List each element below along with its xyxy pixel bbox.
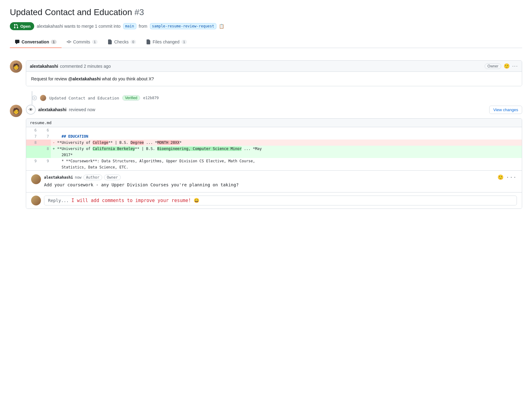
tab-checks-label: Checks (114, 39, 129, 44)
tab-commits-count: 1 (92, 40, 98, 44)
author-badge: Author (83, 175, 102, 180)
diff-filename: resume.md (30, 120, 51, 125)
table-row: Statistics, Data Science, ETC. (26, 164, 522, 170)
copy-branch-icon[interactable]: 📋 (219, 24, 224, 29)
comment-thread-1: 🧑 alextakahashi commented 2 minutes ago … (10, 60, 522, 86)
reply-text: I will add comments to improve your resu… (71, 198, 200, 203)
owner-badge-1: Owner (485, 63, 501, 69)
commits-icon (66, 39, 71, 44)
avatar-reviewer: 🧑 (10, 105, 22, 117)
diff-block: resume.md 6 6 7 7 ## EDUCATION (26, 118, 522, 209)
view-changes-button[interactable]: View changes (489, 106, 522, 114)
comment-author-1[interactable]: alextakahashi (30, 64, 58, 69)
tab-conversation-label: Conversation (22, 39, 49, 44)
reviewer-time: reviewed now (69, 107, 95, 112)
review-section: 🧑 👁 alextakahashi reviewed now View chan… (10, 105, 522, 212)
conversation-icon (15, 39, 20, 44)
avatar-alextakahashi-1: 🧑 (10, 60, 22, 73)
checks-icon (107, 39, 112, 44)
tab-checks[interactable]: Checks 0 (103, 36, 141, 48)
owner-badge-inline: Owner (104, 175, 121, 180)
emoji-button-inline[interactable]: 🙂 (498, 174, 504, 180)
diff-header: resume.md (26, 119, 522, 127)
table-row: 2017* (26, 152, 522, 158)
review-header: 👁 alextakahashi reviewed now View change… (26, 105, 522, 115)
inline-time: now (75, 175, 82, 180)
tab-checks-count: 0 (131, 40, 136, 44)
inline-comment: alextakahashi now Author Owner 🙂 ··· (26, 170, 522, 192)
tab-conversation[interactable]: Conversation 1 (10, 36, 62, 48)
table-row: 7 7 ## EDUCATION (26, 133, 522, 140)
tab-files-changed-count: 1 (181, 40, 187, 44)
table-row: 6 6 (26, 127, 522, 133)
commit-title: Updated Contact and Education (49, 96, 119, 100)
base-branch-tag[interactable]: main (123, 23, 136, 29)
content-area: 🧑 alextakahashi commented 2 minutes ago … (10, 48, 522, 213)
tab-conversation-count: 1 (51, 40, 56, 44)
tab-files-changed[interactable]: Files changed 1 (141, 36, 192, 48)
mention-1: @alextakahashi (68, 76, 101, 81)
tabs: Conversation 1 Commits 1 Checks 0 Files … (10, 36, 522, 48)
diff-table: 6 6 7 7 ## EDUCATION 8 - **Univ (26, 127, 522, 170)
comment-header-1: alextakahashi commented 2 minutes ago Ow… (26, 61, 522, 72)
more-options-inline[interactable]: ··· (506, 174, 517, 180)
pr-meta: Open alextakahashi wants to merge 1 comm… (10, 22, 522, 30)
table-row: 9 9 * **Coursework**: Data Structures, A… (26, 158, 522, 164)
reply-placeholder: Reply... (48, 198, 69, 203)
more-options-button-1[interactable]: ··· (512, 63, 518, 69)
reply-avatar (31, 196, 41, 205)
commit-avatar (40, 95, 46, 101)
timeline-line (32, 91, 32, 105)
reply-box: Reply... I will add comments to improve … (26, 192, 522, 209)
comment-body-1: Request for review @alextakahashi what d… (26, 72, 522, 86)
inline-comment-header: alextakahashi now Author Owner 🙂 ··· (44, 174, 517, 180)
commit-hash: e12b879 (143, 96, 159, 100)
table-row: 8 - **University of College** | B.S. Deg… (26, 140, 522, 146)
tab-commits[interactable]: Commits 1 (62, 36, 103, 48)
inline-comment-avatar (31, 174, 41, 184)
inline-author[interactable]: alextakahashi (44, 175, 73, 180)
review-content: 👁 alextakahashi reviewed now View change… (26, 105, 522, 212)
table-row: 8 + **University of California Berkeley*… (26, 146, 522, 152)
emoji-button-1[interactable]: 🙂 (504, 63, 510, 69)
head-branch-tag[interactable]: sample-resume-review-request (150, 23, 216, 29)
comment-box-1: alextakahashi commented 2 minutes ago Ow… (26, 60, 522, 86)
status-badge: Open (10, 22, 34, 30)
tab-files-changed-label: Files changed (153, 39, 179, 44)
verified-badge: Verified (122, 95, 140, 101)
eye-icon-circle: 👁 (26, 105, 36, 115)
comment-time-1: commented 2 minutes ago (60, 64, 111, 69)
inline-comment-body: Add your coursework - any Upper Division… (44, 181, 517, 188)
pr-description: alextakahashi wants to merge 1 commit in… (37, 24, 120, 29)
tab-commits-label: Commits (73, 39, 90, 44)
reply-input[interactable]: Reply... I will add comments to improve … (44, 196, 517, 205)
commit-circle-icon: ○ (32, 95, 37, 100)
page-title: Updated Contact and Education #3 (10, 7, 522, 17)
reviewer-name[interactable]: alextakahashi (38, 107, 66, 112)
files-changed-icon (146, 39, 151, 44)
commit-line: ○ Updated Contact and Education Verified… (10, 91, 522, 105)
git-pull-request-icon (14, 24, 18, 29)
